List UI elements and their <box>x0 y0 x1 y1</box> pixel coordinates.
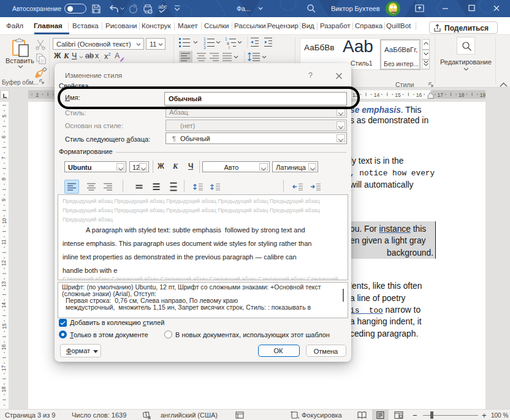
svg-text:5: 5 <box>1 114 7 117</box>
svg-text:a: a <box>227 41 229 45</box>
svg-text:18: 18 <box>1 386 7 392</box>
svg-text:2: 2 <box>204 41 206 45</box>
svg-text:15: 15 <box>1 323 7 329</box>
svg-text:1: 1 <box>225 37 227 41</box>
svg-text:8: 8 <box>1 177 7 180</box>
svg-text:18: 18 <box>459 92 465 98</box>
svg-text:6: 6 <box>1 136 7 139</box>
svg-text:abc: abc <box>158 4 167 10</box>
svg-text:2: 2 <box>36 92 39 98</box>
svg-text:17: 17 <box>437 92 443 98</box>
svg-text:10: 10 <box>1 218 7 224</box>
svg-text:11: 11 <box>1 239 7 245</box>
svg-text:19: 19 <box>480 92 485 98</box>
svg-text:12: 12 <box>1 260 7 266</box>
svg-text:15: 15 <box>395 92 401 98</box>
svg-text:1: 1 <box>204 37 206 41</box>
svg-text:17: 17 <box>1 365 7 372</box>
svg-text:9: 9 <box>1 199 7 202</box>
svg-text:14: 14 <box>1 302 7 308</box>
svg-text:i: i <box>229 45 229 50</box>
svg-text:16: 16 <box>1 344 7 350</box>
svg-text:14: 14 <box>374 92 380 98</box>
svg-text:16: 16 <box>416 92 422 98</box>
svg-text:7: 7 <box>1 156 7 159</box>
svg-text:13: 13 <box>1 281 7 287</box>
svg-text:3: 3 <box>204 45 206 50</box>
